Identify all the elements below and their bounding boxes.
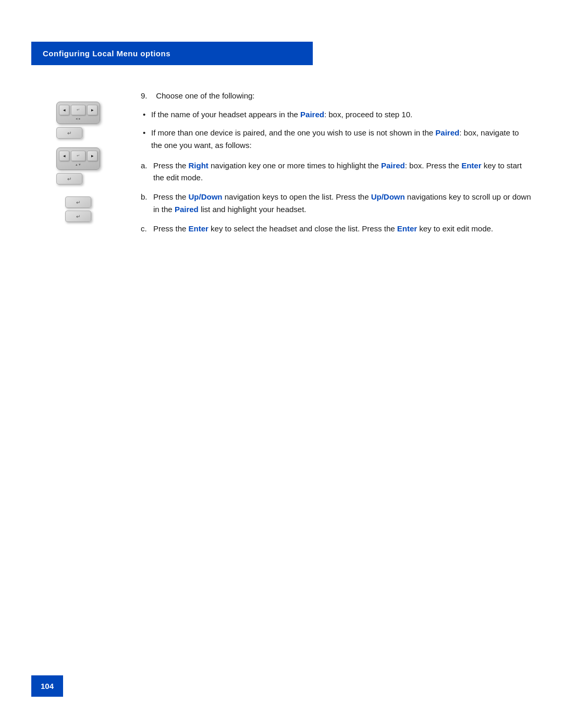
enter-bold-a: Enter	[461, 161, 481, 170]
bullet-2-text-before: If more than one device is paired, and t…	[151, 128, 435, 137]
sub-step-c-text: Press the Enter key to select the headse…	[153, 224, 493, 233]
content-area: ◂ ↵ ▸ ◂ ▸ ↵ ◂ ↵ ▸	[31, 91, 532, 242]
sub-step-c-label: c.	[141, 223, 147, 235]
bullet-2-bold: Paired	[435, 128, 459, 137]
center-key-icon: ↵	[71, 105, 85, 115]
nav-label: ◂ ▸	[76, 117, 81, 121]
right-arrow-icon-b: ▸	[87, 151, 97, 161]
paired-bold-b: Paired	[175, 205, 199, 214]
right-arrow-icon: ▸	[87, 105, 97, 115]
step-9-heading: 9. Choose one of the following:	[141, 91, 532, 100]
updown-bold-b2: Up/Down	[371, 192, 405, 201]
right-bold: Right	[189, 161, 209, 170]
step-9-number: 9.	[141, 91, 148, 100]
bullet-1-text-before: If the name of your headset appears in t…	[151, 110, 300, 119]
paired-bold-a: Paired	[381, 161, 405, 170]
header-banner: Configuring Local Menu options	[31, 42, 313, 65]
page-number: 104	[41, 682, 54, 690]
nav-row-b: ◂ ↵ ▸	[59, 151, 97, 161]
enter-icon-c1: ↵	[65, 196, 91, 208]
sub-step-b-text: Press the Up/Down navigation keys to ope…	[153, 192, 531, 213]
enter-key-a: ↵	[56, 127, 100, 139]
key-group-c: ↵ ↵	[65, 196, 91, 222]
page-container: Configuring Local Menu options ◂ ↵ ▸ ◂ ▸…	[0, 0, 563, 728]
key-group-a: ◂ ↵ ▸ ◂ ▸ ↵	[56, 102, 100, 139]
page-title: Configuring Local Menu options	[43, 49, 170, 58]
sub-step-c: c. Press the Enter key to select the hea…	[141, 223, 532, 235]
updown-bold-b1: Up/Down	[189, 192, 223, 201]
text-column: 9. Choose one of the following: If the n…	[141, 91, 532, 242]
bullet-list: If the name of your headset appears in t…	[141, 108, 532, 151]
bullet-1-text-after: : box, proceed to step 10.	[324, 110, 412, 119]
sub-step-b-label: b.	[141, 191, 148, 203]
enter-key-b: ↵	[56, 173, 100, 184]
page-number-box: 104	[31, 675, 63, 697]
nav-key-image-b: ◂ ↵ ▸ ▴ ▾	[56, 147, 100, 170]
left-arrow-icon-b: ◂	[59, 151, 69, 161]
key-group-b: ◂ ↵ ▸ ▴ ▾ ↵	[56, 147, 100, 184]
sub-step-a-label: a.	[141, 159, 148, 171]
images-column: ◂ ↵ ▸ ◂ ▸ ↵ ◂ ↵ ▸	[31, 91, 125, 242]
bullet-1-bold: Paired	[300, 110, 324, 119]
enter-bold-c2: Enter	[397, 224, 417, 233]
enter-icon-b: ↵	[56, 173, 82, 184]
bullet-item-1: If the name of your headset appears in t…	[141, 108, 532, 120]
sub-step-a: a. Press the Right navigation key one or…	[141, 159, 532, 184]
nav-row-a: ◂ ↵ ▸	[59, 105, 97, 115]
center-key-icon-b: ↵	[71, 151, 85, 161]
nav-key-image-a: ◂ ↵ ▸ ◂ ▸	[56, 102, 100, 124]
sub-list: a. Press the Right navigation key one or…	[141, 159, 532, 235]
sub-step-a-text: Press the Right navigation key one or mo…	[153, 161, 522, 182]
bullet-item-2: If more than one device is paired, and t…	[141, 127, 532, 151]
enter-icon-c2: ↵	[65, 211, 91, 222]
left-arrow-icon: ◂	[59, 105, 69, 115]
sub-step-b: b. Press the Up/Down navigation keys to …	[141, 191, 532, 215]
step-9-text: Choose one of the following:	[156, 91, 254, 100]
enter-bold-c1: Enter	[189, 224, 209, 233]
enter-icon-a: ↵	[56, 127, 82, 139]
nav-label-b: ▴ ▾	[76, 163, 81, 167]
